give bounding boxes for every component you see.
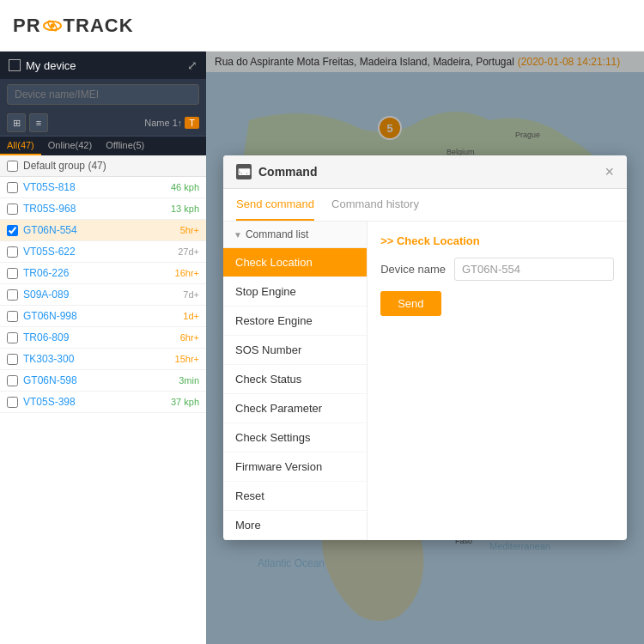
- modal-icon: ⌨: [236, 164, 252, 179]
- command-list-label: Command list: [246, 228, 308, 240]
- command-item[interactable]: Check Status: [223, 365, 367, 394]
- modal-header: ⌨ Command ×: [223, 155, 627, 189]
- device-name-label: Device name: [380, 263, 446, 276]
- collapse-icon[interactable]: ⤢: [187, 58, 197, 72]
- device-name: VT05S-622: [23, 246, 178, 258]
- device-name: VT05S-818: [23, 181, 171, 193]
- sidebar-header-left: My device: [9, 59, 76, 72]
- command-item[interactable]: More: [223, 511, 367, 540]
- device-row[interactable]: TR06-226 16hr+: [0, 263, 206, 284]
- device-checkbox[interactable]: [7, 354, 18, 365]
- device-checkbox[interactable]: [7, 332, 18, 343]
- command-modal: ⌨ Command × Send command Command history: [223, 155, 627, 540]
- list-view-btn[interactable]: ⊞: [7, 113, 26, 132]
- svg-point-2: [50, 23, 54, 27]
- device-name: TK303-300: [23, 353, 175, 365]
- group-name: Default group (47): [23, 160, 106, 172]
- sort-label[interactable]: Name 1↑ T: [144, 117, 199, 129]
- device-checkbox[interactable]: [7, 311, 18, 322]
- command-item[interactable]: Check Location: [223, 248, 367, 277]
- modal-body: ▼ Command list Check LocationStop Engine…: [223, 222, 627, 540]
- device-checkbox[interactable]: [7, 225, 18, 236]
- chevron-icon: ▼: [234, 230, 242, 240]
- device-row[interactable]: TR06-809 6hr+: [0, 327, 206, 349]
- device-name: GT06N-554: [23, 224, 180, 236]
- sidebar: My device ⤢ ⊞ ≡ Name 1↑ T All(47) Online…: [0, 52, 206, 644]
- device-tabs: All(47) Online(42) Offline(5): [0, 137, 206, 155]
- device-status: 1d+: [183, 311, 199, 321]
- device-status: 7d+: [183, 289, 199, 300]
- device-status: 46 kph: [171, 182, 199, 192]
- device-row[interactable]: GT06N-998 1d+: [0, 306, 206, 327]
- command-right-panel: >> Check Location Device name Send: [368, 222, 627, 540]
- device-name: VT05S-398: [23, 396, 171, 408]
- command-list-header: ▼ Command list: [223, 222, 367, 248]
- device-row[interactable]: TR05S-968 13 kph: [0, 198, 206, 220]
- device-row[interactable]: GT06N-598 3min: [0, 370, 206, 392]
- device-name: TR05S-968: [23, 203, 171, 215]
- device-name: GT06N-998: [23, 310, 183, 322]
- modal-title: Command: [258, 165, 317, 179]
- command-item[interactable]: Check Parameter: [223, 394, 367, 423]
- device-checkbox[interactable]: [7, 397, 18, 408]
- device-status: 37 kph: [171, 397, 199, 407]
- device-checkbox[interactable]: [7, 268, 18, 279]
- device-status: 6hr+: [180, 332, 199, 343]
- modal-title-group: ⌨ Command: [236, 164, 317, 179]
- device-name-row: Device name: [380, 258, 614, 281]
- logo-text-pr: PR: [13, 15, 41, 37]
- logo-icon: [43, 16, 62, 35]
- group-checkbox[interactable]: [7, 161, 18, 172]
- device-group-header: Default group (47): [0, 155, 206, 177]
- device-row[interactable]: S09A-089 7d+: [0, 284, 206, 306]
- device-row[interactable]: VT05S-818 46 kph: [0, 177, 206, 198]
- command-list-panel: ▼ Command list Check LocationStop Engine…: [223, 222, 368, 540]
- device-row[interactable]: VT05S-622 27d+: [0, 241, 206, 263]
- device-status: 16hr+: [175, 268, 199, 278]
- top-bar: PR TRACK: [0, 0, 644, 52]
- device-checkbox[interactable]: [7, 375, 18, 386]
- device-name-input[interactable]: [454, 258, 614, 281]
- map-area[interactable]: Atlantic Ocean Mediterranean Belgium Pra…: [206, 52, 644, 644]
- device-status: 27d+: [178, 246, 199, 257]
- device-status: 15hr+: [175, 354, 199, 364]
- device-status: 3min: [179, 375, 199, 386]
- logo-text-track: TRACK: [64, 15, 134, 37]
- tab-all[interactable]: All(47): [0, 137, 41, 155]
- command-item[interactable]: Firmware Version: [223, 453, 367, 482]
- device-row[interactable]: TK303-300 15hr+: [0, 349, 206, 370]
- device-checkbox[interactable]: [7, 204, 18, 215]
- send-button[interactable]: Send: [380, 291, 440, 316]
- sidebar-header: My device ⤢: [0, 52, 206, 79]
- close-button[interactable]: ×: [605, 164, 614, 179]
- sidebar-toolbar: ⊞ ≡ Name 1↑ T: [0, 110, 206, 137]
- device-checkbox[interactable]: [7, 289, 18, 301]
- command-item[interactable]: Reset: [223, 482, 367, 511]
- filter-badge[interactable]: T: [185, 117, 199, 129]
- modal-tabs: Send command Command history: [223, 189, 627, 222]
- search-input[interactable]: [7, 84, 199, 105]
- device-name: GT06N-598: [23, 374, 179, 386]
- device-checkbox[interactable]: [7, 246, 18, 258]
- tab-command-history[interactable]: Command history: [331, 189, 419, 221]
- command-item[interactable]: Restore Engine: [223, 307, 367, 336]
- command-item[interactable]: SOS Number: [223, 336, 367, 365]
- device-status: 13 kph: [171, 204, 199, 214]
- device-row[interactable]: GT06N-554 5hr+: [0, 220, 206, 241]
- device-name: TR06-226: [23, 267, 175, 279]
- modal-backdrop: ⌨ Command × Send command Command history: [206, 52, 644, 644]
- sidebar-header-title: My device: [26, 59, 76, 72]
- grid-view-btn[interactable]: ≡: [29, 113, 48, 132]
- logo: PR TRACK: [13, 15, 134, 37]
- device-name: TR06-809: [23, 331, 180, 343]
- device-icon: [9, 59, 21, 71]
- sidebar-search: [0, 79, 206, 110]
- device-checkbox[interactable]: [7, 182, 18, 193]
- tab-send-command[interactable]: Send command: [236, 189, 314, 221]
- device-row[interactable]: VT05S-398 37 kph: [0, 392, 206, 413]
- sort-label-text: Name 1↑: [144, 118, 182, 128]
- tab-online[interactable]: Online(42): [41, 137, 99, 155]
- command-item[interactable]: Check Settings: [223, 423, 367, 453]
- tab-offline[interactable]: Offline(5): [99, 137, 151, 155]
- command-item[interactable]: Stop Engine: [223, 277, 367, 307]
